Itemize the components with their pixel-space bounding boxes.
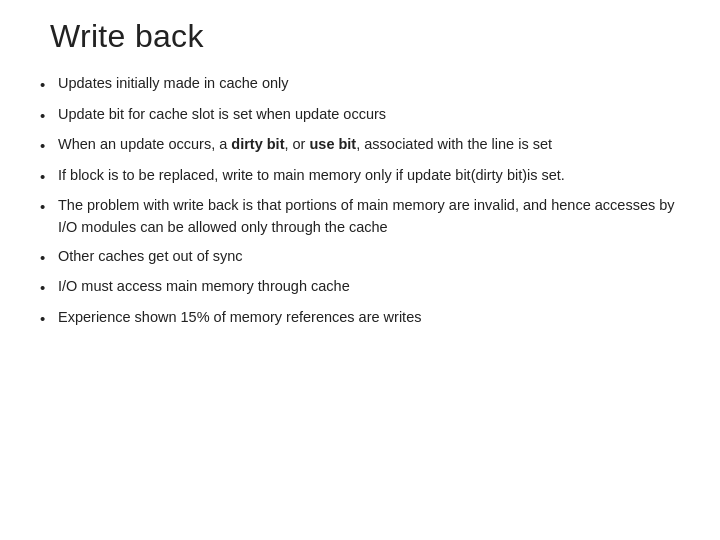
bullet-text: I/O must access main memory through cach…	[58, 276, 680, 298]
list-item: • Other caches get out of sync	[40, 246, 680, 270]
bullet-text: Experience shown 15% of memory reference…	[58, 307, 680, 329]
bullet-dot: •	[40, 196, 58, 219]
bullet-dot: •	[40, 135, 58, 158]
bullet-dot: •	[40, 308, 58, 331]
slide-title: Write back	[50, 18, 680, 55]
list-item: • Updates initially made in cache only	[40, 73, 680, 97]
bullet-dot: •	[40, 166, 58, 189]
bullet-dot: •	[40, 74, 58, 97]
list-item: • Experience shown 15% of memory referen…	[40, 307, 680, 331]
bullet-text: Update bit for cache slot is set when up…	[58, 104, 680, 126]
bullet-text: Other caches get out of sync	[58, 246, 680, 268]
bullet-text: Updates initially made in cache only	[58, 73, 680, 95]
list-item: • I/O must access main memory through ca…	[40, 276, 680, 300]
list-item: • The problem with write back is that po…	[40, 195, 680, 239]
list-item: • If block is to be replaced, write to m…	[40, 165, 680, 189]
bullet-text: The problem with write back is that port…	[58, 195, 680, 239]
bold-text: dirty bit	[231, 136, 284, 152]
bullet-text: If block is to be replaced, write to mai…	[58, 165, 680, 187]
bold-text: use bit	[309, 136, 356, 152]
list-item: • When an update occurs, a dirty bit, or…	[40, 134, 680, 158]
bullet-text: When an update occurs, a dirty bit, or u…	[58, 134, 680, 156]
bullet-dot: •	[40, 277, 58, 300]
bullet-dot: •	[40, 105, 58, 128]
bullet-list: • Updates initially made in cache only •…	[40, 73, 680, 330]
bullet-dot: •	[40, 247, 58, 270]
list-item: • Update bit for cache slot is set when …	[40, 104, 680, 128]
slide-container: Write back • Updates initially made in c…	[0, 0, 720, 540]
